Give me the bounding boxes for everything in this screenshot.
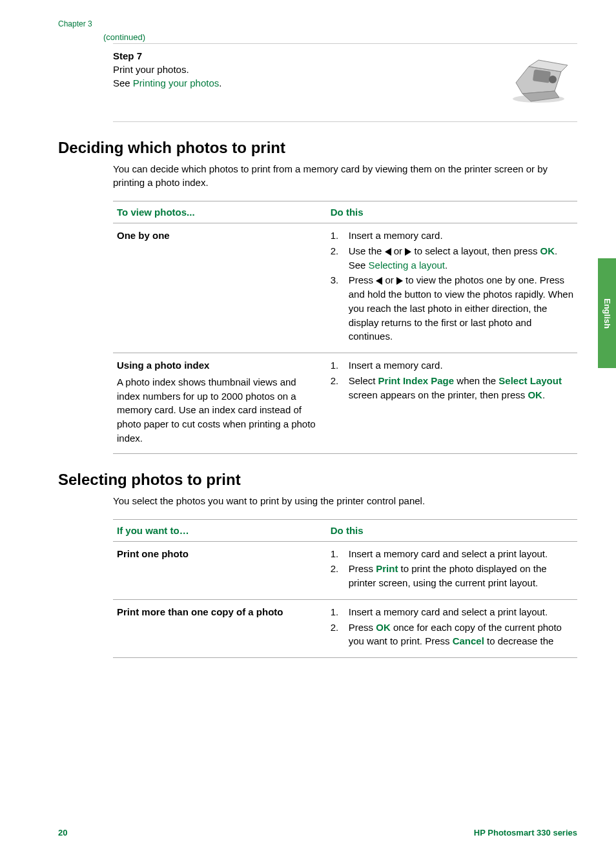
cell-one-steps: Insert a memory card. Use the or to sele…	[327, 223, 577, 353]
row-title-printmore: Print more than one copy of a photo	[117, 605, 319, 619]
step-see: See	[113, 77, 133, 88]
cell-print-one: Print one photo	[113, 541, 327, 599]
printer-illustration	[500, 50, 577, 102]
left-arrow-icon	[385, 248, 391, 256]
ok-label: OK	[376, 622, 391, 633]
language-tab: English	[598, 258, 616, 368]
th-if-want: If you want to…	[113, 519, 327, 541]
link-printing-photos[interactable]: Printing your photos	[133, 77, 219, 88]
row-title-index: Using a photo index	[117, 358, 319, 373]
txt: .	[445, 260, 447, 271]
txt: Press	[349, 563, 376, 574]
intro-deciding: You can decide which photos to print fro…	[113, 162, 577, 189]
right-arrow-icon	[405, 248, 411, 256]
txt: when the	[454, 375, 498, 386]
cell-print-more: Print more than one copy of a photo	[113, 599, 327, 657]
cell-one-by-one: One by one	[113, 223, 327, 353]
heading-deciding: Deciding which photos to print	[58, 139, 577, 157]
select-layout-label: Select Layout	[498, 375, 562, 386]
heading-selecting: Selecting photos to print	[58, 471, 577, 489]
list-item: Use the or to select a layout, then pres…	[331, 244, 573, 272]
cell-printmore-steps: Insert a memory card and select a print …	[327, 599, 577, 657]
list-item: Insert a memory card and select a print …	[331, 547, 573, 561]
txt: screen appears on the printer, then pres…	[349, 389, 528, 400]
txt: or	[382, 274, 396, 285]
txt: Press	[349, 274, 376, 285]
list-item: Press OK once for each copy of the curre…	[331, 621, 573, 649]
left-arrow-icon	[376, 277, 382, 285]
step-title: Step 7	[113, 50, 422, 61]
row-title-one: One by one	[117, 229, 319, 243]
page-number: 20	[58, 828, 67, 838]
row-desc-index: A photo index shows thumbnail views and …	[117, 376, 316, 444]
cell-printone-steps: Insert a memory card and select a print …	[327, 541, 577, 599]
step-text: Step 7 Print your photos. See Printing y…	[113, 50, 422, 91]
print-index-page-label: Print Index Page	[378, 375, 455, 386]
txt: Press	[349, 622, 376, 633]
table-row: Using a photo index A photo index shows …	[113, 353, 577, 454]
step-block: Step 7 Print your photos. See Printing y…	[113, 43, 577, 122]
intro-selecting: You select the photos you want to print …	[113, 494, 577, 508]
table-deciding: To view photos... Do this One by one Ins…	[113, 201, 577, 454]
table-selecting: If you want to… Do this Print one photo …	[113, 519, 577, 659]
txt: Select	[349, 375, 378, 386]
th-view-photos: To view photos...	[113, 201, 327, 223]
print-label: Print	[376, 563, 398, 574]
step-line2: See Printing your photos.	[113, 77, 422, 88]
table-row: Print more than one copy of a photo Inse…	[113, 599, 577, 657]
product-name: HP Photosmart 330 series	[474, 828, 577, 838]
list-item: Insert a memory card and select a print …	[331, 605, 573, 619]
list-item: Press or to view the photos one by one. …	[331, 273, 573, 344]
list-item: Press Print to print the photo displayed…	[331, 562, 573, 590]
cancel-label: Cancel	[453, 635, 484, 646]
step-period: .	[219, 77, 221, 88]
chapter-label: Chapter 3	[58, 19, 577, 28]
link-selecting-layout[interactable]: Selecting a layout	[369, 260, 445, 271]
txt: .	[542, 389, 545, 400]
ok-label: OK	[528, 389, 542, 400]
txt: to decrease the	[484, 635, 554, 646]
th-do-this-a: Do this	[327, 201, 577, 223]
ok-label: OK	[540, 245, 555, 256]
table-row: Print one photo Insert a memory card and…	[113, 541, 577, 599]
txt: Use the	[349, 245, 385, 256]
step-line1: Print your photos.	[113, 64, 422, 75]
table-row: One by one Insert a memory card. Use the…	[113, 223, 577, 353]
txt: to select a layout, then press	[411, 245, 540, 256]
svg-rect-1	[533, 69, 551, 83]
list-item: Select Print Index Page when the Select …	[331, 374, 573, 402]
cell-photo-index: Using a photo index A photo index shows …	[113, 353, 327, 454]
page-footer: 20 HP Photosmart 330 series	[58, 828, 577, 838]
list-item: Insert a memory card.	[331, 358, 573, 373]
cell-index-steps: Insert a memory card. Select Print Index…	[327, 353, 577, 454]
txt: or	[391, 245, 406, 256]
list-item: Insert a memory card.	[331, 229, 573, 243]
right-arrow-icon	[396, 277, 403, 285]
svg-point-2	[549, 76, 557, 83]
continued-label: (continued)	[103, 32, 577, 42]
th-do-this-b: Do this	[327, 519, 577, 541]
language-tab-label: English	[602, 298, 612, 329]
row-title-printone: Print one photo	[117, 547, 319, 561]
